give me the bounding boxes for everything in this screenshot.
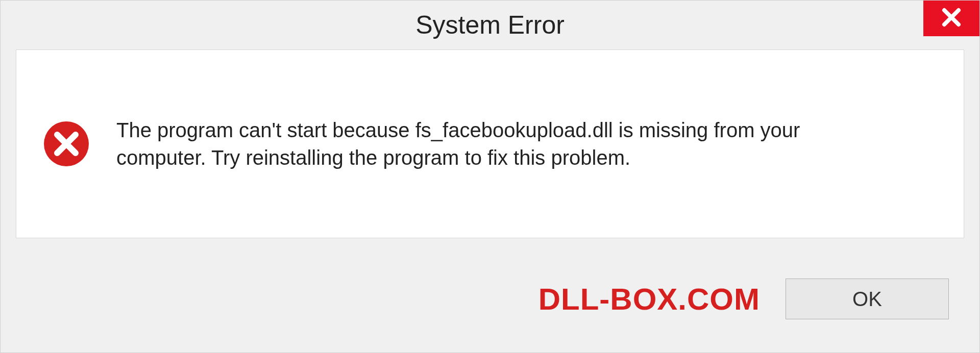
watermark-text: DLL-BOX.COM (538, 282, 760, 317)
dialog-footer: DLL-BOX.COM OK (1, 245, 979, 352)
error-message: The program can't start because fs_faceb… (116, 116, 882, 171)
dialog-title: System Error (415, 10, 565, 40)
error-icon (42, 119, 91, 168)
close-button[interactable] (923, 1, 979, 36)
content-panel: The program can't start because fs_faceb… (16, 49, 964, 238)
ok-button[interactable]: OK (786, 279, 949, 319)
titlebar: System Error (1, 1, 979, 49)
error-dialog: System Error The program can't start bec… (0, 0, 980, 353)
close-icon (939, 5, 964, 32)
